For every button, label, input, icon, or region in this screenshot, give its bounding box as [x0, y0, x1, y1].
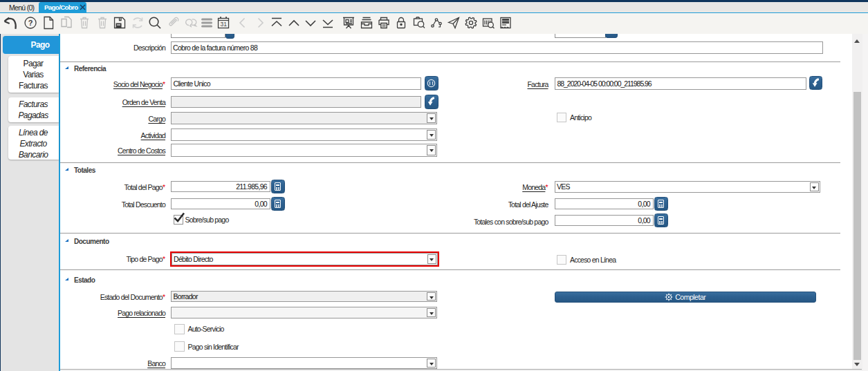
svg-text:?: ? [28, 19, 33, 27]
svg-text:31: 31 [221, 21, 228, 28]
